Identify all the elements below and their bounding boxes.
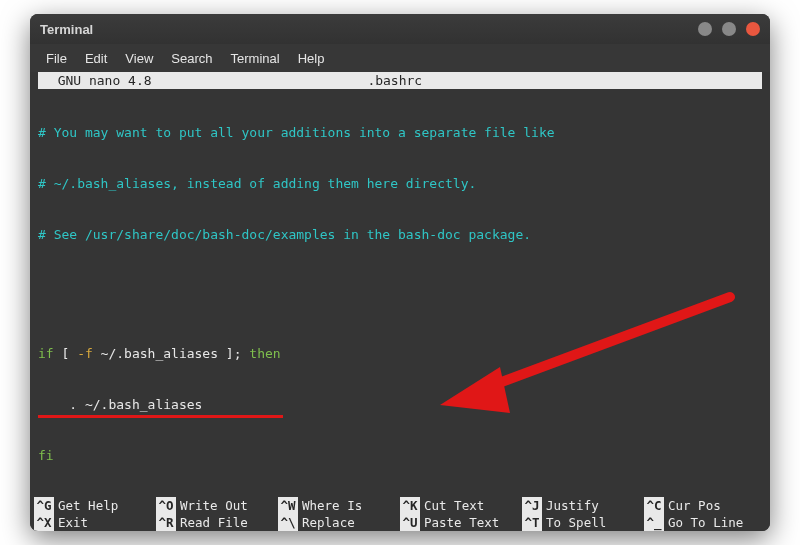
menu-terminal[interactable]: Terminal [223, 48, 288, 69]
shortcut-label: Replace [302, 514, 355, 531]
shortcut-label: Read File [180, 514, 248, 531]
shortcut-key: ^J [522, 497, 542, 514]
shortcut-key: ^\ [278, 514, 298, 531]
nano-header: GNU nano 4.8 .bashrc [38, 72, 762, 89]
shortcut-key: ^O [156, 497, 176, 514]
shortcut-label: Get Help [58, 497, 118, 514]
maximize-button[interactable] [722, 22, 736, 36]
code-line: # You may want to put all your additions… [38, 124, 762, 141]
terminal-area[interactable]: GNU nano 4.8 .bashrc # You may want to p… [30, 72, 770, 531]
code-line: if [ -f ~/.bash_aliases ]; then [38, 345, 762, 362]
menu-file[interactable]: File [38, 48, 75, 69]
menu-search[interactable]: Search [163, 48, 220, 69]
shortcut-key: ^R [156, 514, 176, 531]
menu-view[interactable]: View [117, 48, 161, 69]
shortcut-label: To Spell [546, 514, 606, 531]
window-controls [698, 22, 760, 36]
shortcut-key: ^_ [644, 514, 664, 531]
shortcut-label: Cut Text [424, 497, 484, 514]
shortcut-label: Exit [58, 514, 88, 531]
shortcut-label: Justify [546, 497, 599, 514]
shortcut-key: ^C [644, 497, 664, 514]
terminal-window: Terminal File Edit View Search Terminal … [30, 14, 770, 531]
shortcut-key: ^G [34, 497, 54, 514]
shortcut-key: ^W [278, 497, 298, 514]
nano-shortcuts: ^GGet Help ^XExit ^OWrite Out ^RRead Fil… [30, 497, 770, 531]
shortcut-label: Paste Text [424, 514, 499, 531]
titlebar: Terminal [30, 14, 770, 44]
close-button[interactable] [746, 22, 760, 36]
shortcut-label: Go To Line [668, 514, 743, 531]
shortcut-label: Write Out [180, 497, 248, 514]
code-line: fi [38, 447, 762, 464]
menu-help[interactable]: Help [290, 48, 333, 69]
editor-content: # You may want to put all your additions… [38, 89, 762, 531]
shortcut-label: Where Is [302, 497, 362, 514]
shortcut-key: ^X [34, 514, 54, 531]
window-title: Terminal [40, 22, 698, 37]
shortcut-key: ^K [400, 497, 420, 514]
code-line [38, 277, 762, 294]
annotation-underline [38, 415, 283, 418]
shortcut-label: Cur Pos [668, 497, 721, 514]
code-line: # ~/.bash_aliases, instead of adding the… [38, 175, 762, 192]
code-line: . ~/.bash_aliases [38, 396, 762, 413]
minimize-button[interactable] [698, 22, 712, 36]
shortcut-key: ^T [522, 514, 542, 531]
menubar: File Edit View Search Terminal Help [30, 44, 770, 72]
shortcut-key: ^U [400, 514, 420, 531]
code-line: # See /usr/share/doc/bash-doc/examples i… [38, 226, 762, 243]
nano-filename: .bashrc [152, 72, 638, 89]
nano-version: GNU nano 4.8 [42, 72, 152, 89]
menu-edit[interactable]: Edit [77, 48, 115, 69]
